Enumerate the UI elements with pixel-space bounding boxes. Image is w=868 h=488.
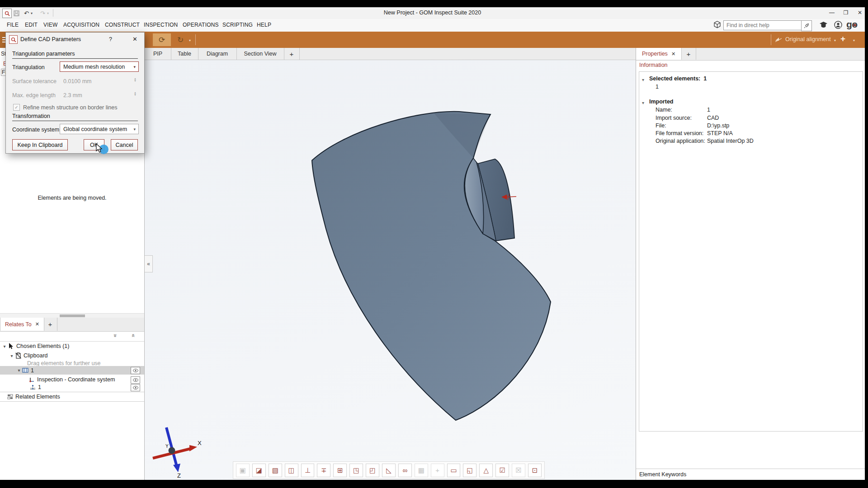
tree-row-chosen-elements[interactable]: ▾ Chosen Elements (1) [0,342,144,350]
labels-toggle-icon[interactable]: ▣ [236,464,250,477]
visibility-toggle[interactable] [131,367,140,374]
element-keywords-section[interactable]: Element Keywords [636,469,865,480]
alignment-icon[interactable] [775,37,782,45]
surface-tolerance-stepper[interactable]: ▲▼ [134,78,138,82]
tree-row-element-1[interactable]: 1 [0,383,144,391]
selection-cursor-icon[interactable]: ▧ [269,464,282,477]
menu-acquisition[interactable]: ACQUISITION [63,22,99,28]
visibility-toggle[interactable] [131,384,140,391]
close-button[interactable]: ✕ [855,8,865,17]
triangulation-dropdown[interactable]: Medium mesh resolution ▾ [60,61,139,72]
tree-row-cad-element[interactable]: ▾ 1 [0,366,144,375]
package-icon[interactable] [713,21,721,30]
menu-operations[interactable]: OPERATIONS [183,22,219,28]
alignment-dropdown-caret[interactable]: ▾ [834,38,836,42]
add-alignment-caret[interactable]: ▾ [853,38,855,42]
tab-table[interactable]: Table [171,48,198,60]
frame-label-icon[interactable]: ◰ [366,464,379,477]
dialog-titlebar[interactable]: Define CAD Parameters ? ✕ [6,33,144,46]
tree-label: 1 [31,367,34,374]
expander-icon[interactable]: ▾ [16,368,22,373]
add-alignment-button[interactable]: + [840,34,845,44]
split-view-icon[interactable]: ◫ [285,464,298,477]
alignment-selector[interactable]: Original alignment [785,36,831,42]
expander-icon[interactable]: ▾ [2,344,7,349]
expander-icon[interactable]: ▾ [642,77,644,82]
menu-edit[interactable]: EDIT [25,22,38,28]
rectangle-section-icon[interactable]: ◱ [463,464,476,477]
arrange-views-icon[interactable]: ⊡ [528,464,542,477]
refresh-button[interactable]: ⟳ [153,33,171,46]
add-view-tab[interactable]: + [284,48,300,60]
add-properties-tab[interactable]: + [681,48,696,60]
scrollbar-thumb[interactable] [60,314,85,317]
coordinate-system-dropdown[interactable]: Global coordinate system ▾ [60,124,139,134]
recalculate-dropdown-caret[interactable]: ▾ [189,38,191,42]
close-tab-icon[interactable]: ✕ [35,321,39,327]
tab-properties[interactable]: Properties✕ [636,48,682,60]
tree-row-coordinate-system[interactable]: Inspection - Coordinate system [0,375,144,384]
cancel-button[interactable]: Cancel [111,139,138,150]
expand-view-icon[interactable]: + [431,464,444,477]
collapse-all-icon[interactable]: » [112,334,119,337]
chevron-down-icon: ▾ [133,127,136,131]
rectangle-zoom-icon[interactable]: ▭ [447,464,461,477]
frame-corner-icon[interactable]: ◳ [349,464,363,477]
anchor-link-icon[interactable]: ⊞ [333,464,347,477]
expander-icon[interactable]: ▾ [9,353,14,358]
max-edge-length-label: Max. edge length [12,92,56,99]
moving-status-text: Elements are being moved. [0,195,144,201]
align-bottom-icon[interactable]: ⊥ [301,464,315,477]
cad-model: X Z Y [145,60,636,480]
refine-mesh-checkbox[interactable]: ✓ [13,104,20,111]
set-square-icon[interactable]: ◺ [382,464,396,477]
approve-element-icon[interactable]: ☑ [495,464,509,477]
align-center-icon[interactable]: ∓ [317,464,330,477]
max-edge-length-stepper[interactable]: ▲▼ [134,92,138,96]
menu-construct[interactable]: CONSTRUCT [105,22,140,28]
expander-icon[interactable]: ▾ [642,100,644,105]
info-label: File format version: [656,130,703,136]
tree-label: Related Elements [15,394,60,400]
tree-row-clipboard[interactable]: ▾ Clipboard [0,352,144,360]
direct-help-search-input[interactable] [723,20,807,30]
3d-viewport[interactable]: X Z Y « ▣ ◪ ▧ ◫ ⊥ ∓ ⊞ ◳ ◰ ◺ ∞ ▦ + ▭ ◱ △ … [145,60,636,480]
cone-view-icon[interactable]: △ [479,464,493,477]
restore-button[interactable]: ❐ [841,8,851,17]
view-tabstrip: PIP Table Diagram Section View + [145,48,636,60]
learning-hub-icon[interactable] [819,21,828,30]
close-tab-icon[interactable]: ✕ [671,51,675,57]
menu-view[interactable]: VIEW [43,22,57,28]
surface-tolerance-value[interactable]: 0.0100 mm [63,78,92,84]
surface-comparison-icon[interactable]: ◪ [252,464,266,477]
tab-relates-to[interactable]: Relates To✕ [0,318,44,331]
scale-link-icon[interactable]: ∞ [398,464,412,477]
recalculate-button[interactable]: ↻ [174,33,187,46]
tab-diagram[interactable]: Diagram [198,48,237,60]
dialog-close-icon[interactable]: ✕ [132,36,137,42]
element-group-icon [29,385,36,390]
tab-section-view[interactable]: Section View [236,48,284,60]
max-edge-length-value[interactable]: 2.3 mm [63,92,82,99]
menu-help[interactable]: HELP [257,22,271,28]
visibility-toggle[interactable] [131,376,140,384]
user-account-icon[interactable] [834,21,842,31]
panel-collapse-handle[interactable]: « [145,255,153,272]
minimize-button[interactable]: — [827,8,837,17]
menu-file[interactable]: FILE [7,22,19,28]
title-bar: ↶ ▾ ↷ ▾ New Project - GOM Inspect Suite … [0,7,865,19]
keep-in-clipboard-button[interactable]: Keep In Clipboard [12,139,68,150]
expand-all-icon[interactable]: « [130,334,137,337]
tree-row-related-elements[interactable]: Related Elements [0,392,144,402]
menu-inspection[interactable]: INSPECTION [144,22,178,28]
info-value: CAD [707,115,719,121]
menu-scripting[interactable]: SCRIPTING [222,22,253,28]
discard-element-icon[interactable]: ☒ [512,464,525,477]
tab-pip[interactable]: PIP [145,48,171,60]
dialog-help-button[interactable]: ? [109,36,112,42]
dialog-title: Define CAD Parameters [20,36,81,42]
grid-display-icon[interactable]: ▦ [415,464,428,477]
add-relates-tab[interactable]: + [43,318,57,331]
info-label: File: [656,122,666,129]
rocket-icon[interactable] [801,20,812,31]
